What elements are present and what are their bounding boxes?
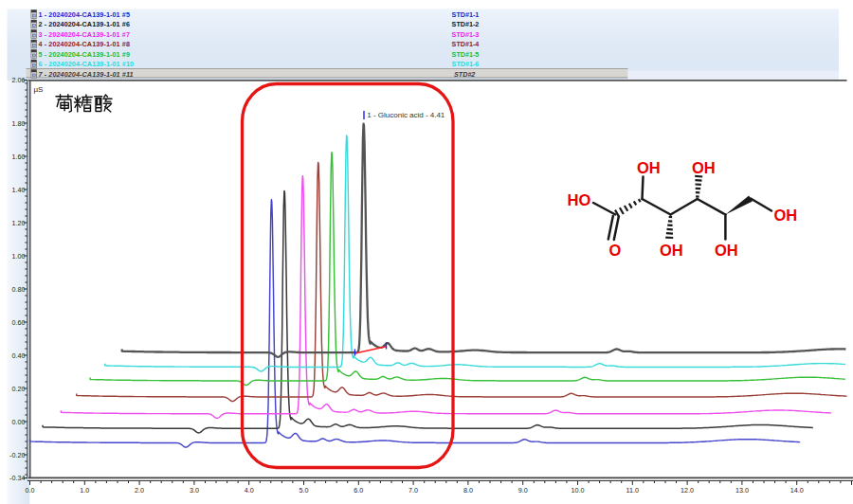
svg-text:2.06: 2.06 <box>12 76 26 84</box>
svg-text:4 - 20240204-CA139-1-01 #8: 4 - 20240204-CA139-1-01 #8 <box>39 40 131 48</box>
svg-text:5 - 20240204-CA139-1-01 #9: 5 - 20240204-CA139-1-01 #9 <box>39 50 131 59</box>
svg-text:1.40: 1.40 <box>12 186 26 194</box>
svg-text:11.0: 11.0 <box>626 486 639 495</box>
svg-text:3 - 20240204-CA139-1-01 #7: 3 - 20240204-CA139-1-01 #7 <box>39 30 131 39</box>
svg-text:0.60: 0.60 <box>12 318 26 327</box>
svg-text:14.0: 14.0 <box>790 486 804 495</box>
svg-text:OH: OH <box>715 242 738 259</box>
svg-text:STD#1-4: STD#1-4 <box>452 40 480 48</box>
svg-text:12.0: 12.0 <box>681 486 694 495</box>
svg-text:OH: OH <box>774 207 798 224</box>
svg-text:1.60: 1.60 <box>12 153 26 161</box>
svg-text:3.0: 3.0 <box>190 486 199 495</box>
svg-text:STD#1-3: STD#1-3 <box>452 30 480 39</box>
svg-text:1.20: 1.20 <box>12 219 26 227</box>
svg-text:STD#1-2: STD#1-2 <box>452 20 480 28</box>
svg-text:6 - 20240204-CA139-1-01 #10: 6 - 20240204-CA139-1-01 #10 <box>39 60 135 68</box>
svg-text:HO: HO <box>568 191 591 208</box>
svg-text:4.0: 4.0 <box>245 486 254 495</box>
svg-text:2.0: 2.0 <box>135 486 144 495</box>
svg-text:OH: OH <box>660 242 683 259</box>
svg-text:-0.20: -0.20 <box>9 451 25 459</box>
svg-text:0.80: 0.80 <box>12 285 26 294</box>
svg-text:STD#1-5: STD#1-5 <box>452 50 480 59</box>
svg-text:7.0: 7.0 <box>408 486 418 495</box>
svg-text:STD#1-6: STD#1-6 <box>452 60 480 68</box>
svg-text:0.20: 0.20 <box>12 385 26 393</box>
svg-text:O: O <box>609 242 622 259</box>
svg-text:1.0: 1.0 <box>80 486 89 495</box>
svg-text:0.00: 0.00 <box>12 418 26 426</box>
svg-text:-0.34: -0.34 <box>9 474 25 482</box>
svg-text:9.0: 9.0 <box>518 486 528 495</box>
svg-text:OH: OH <box>637 159 661 176</box>
svg-text:0.40: 0.40 <box>12 351 26 360</box>
svg-text:STD#1-1: STD#1-1 <box>452 10 480 19</box>
svg-text:1.00: 1.00 <box>12 252 26 261</box>
svg-text:8.0: 8.0 <box>463 486 473 495</box>
svg-text:1.80: 1.80 <box>12 119 26 128</box>
svg-text:10.0: 10.0 <box>572 486 585 495</box>
svg-text:µS: µS <box>34 85 44 94</box>
svg-text:13.0: 13.0 <box>735 486 749 495</box>
svg-text:5.0: 5.0 <box>299 486 309 495</box>
svg-text:STD#2: STD#2 <box>454 70 475 79</box>
svg-text:OH: OH <box>692 159 716 176</box>
svg-text:1 - Gluconic acid - 4.41: 1 - Gluconic acid - 4.41 <box>367 111 445 119</box>
svg-text:6.0: 6.0 <box>354 486 363 495</box>
svg-text:7 - 20240204-CA139-1-01 #11: 7 - 20240204-CA139-1-01 #11 <box>39 70 134 79</box>
svg-text:0.0: 0.0 <box>26 486 35 495</box>
svg-text:1 - 20240204-CA139-1-01 #5: 1 - 20240204-CA139-1-01 #5 <box>39 10 131 19</box>
svg-text:2 - 20240204-CA139-1-01 #6: 2 - 20240204-CA139-1-01 #6 <box>39 20 131 28</box>
